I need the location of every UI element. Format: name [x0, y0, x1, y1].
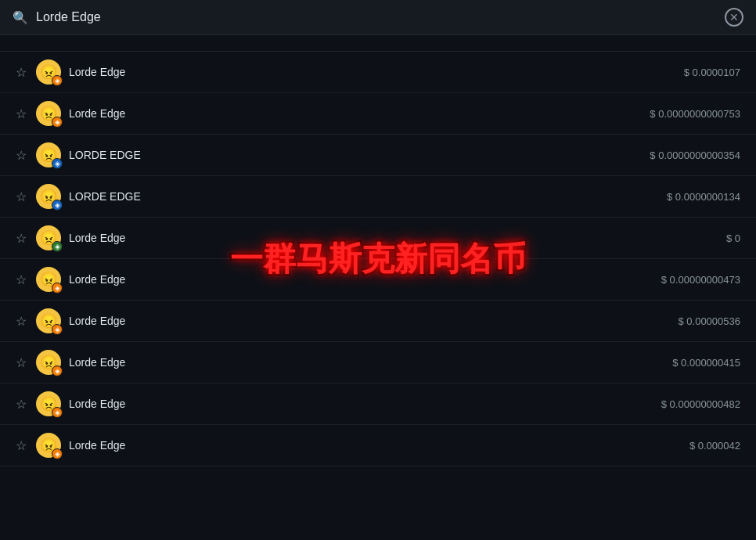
coin-price: $ 0.000042 [689, 440, 740, 452]
star-icon[interactable]: ☆ [16, 106, 27, 121]
avatar: 😠 ◈ [36, 142, 61, 167]
table-row[interactable]: ☆ 😠 ◈ LORDE EDGE $ 0.0000000000354 [0, 135, 756, 176]
table-row[interactable]: ☆ 😠 ◈ Lorde Edge $ 0.00000000473 [0, 259, 756, 301]
star-icon[interactable]: ☆ [16, 231, 27, 246]
table-row[interactable]: ☆ 😠 ◈ Lorde Edge $ 0 [0, 218, 756, 259]
results-container: ☆ 😠 ◈ Lorde Edge $ 0.0000107 ☆ 😠 ◈ Lorde… [0, 52, 756, 466]
table-row[interactable]: ☆ 😠 ◈ Lorde Edge $ 0.00000000482 [0, 383, 756, 425]
coin-name: Lorde Edge [69, 356, 672, 369]
star-icon[interactable]: ☆ [16, 65, 27, 80]
coin-badge-icon: ◈ [52, 365, 63, 376]
avatar: 😠 ◈ [36, 184, 61, 209]
coin-price: $ 0.0000107 [684, 67, 740, 78]
coin-price: $ 0.0000000000753 [650, 108, 740, 120]
coin-price: $ 0.0000000134 [667, 191, 740, 203]
coin-name: Lorde Edge [69, 439, 689, 452]
table-header [0, 35, 756, 52]
table-row[interactable]: ☆ 😠 ◈ Lorde Edge $ 0.0000000000753 [0, 93, 756, 135]
coin-price: $ 0.00000000473 [661, 274, 740, 286]
table-row[interactable]: ☆ 😠 ◈ LORDE EDGE $ 0.0000000134 [0, 176, 756, 218]
coin-price: $ 0 [726, 232, 740, 244]
close-button[interactable]: ✕ [725, 8, 743, 27]
star-icon[interactable]: ☆ [16, 148, 27, 163]
avatar: 😠 ◈ [36, 308, 61, 333]
avatar: 😠 ◈ [36, 59, 61, 85]
result-list: ☆ 😠 ◈ Lorde Edge $ 0.0000107 ☆ 😠 ◈ Lorde… [0, 52, 756, 466]
coin-name: Lorde Edge [69, 273, 661, 286]
avatar: 😠 ◈ [36, 225, 61, 250]
coin-name: Lorde Edge [69, 66, 684, 78]
table-row[interactable]: ☆ 😠 ◈ Lorde Edge $ 0.000000415 [0, 342, 756, 383]
star-icon[interactable]: ☆ [16, 314, 27, 329]
star-icon[interactable]: ☆ [16, 438, 27, 453]
coin-name: Lorde Edge [69, 232, 726, 244]
avatar: 😠 ◈ [36, 433, 61, 458]
coin-badge-icon: ◈ [52, 324, 63, 335]
star-icon[interactable]: ☆ [16, 272, 27, 287]
star-icon[interactable]: ☆ [16, 355, 27, 370]
search-input[interactable] [36, 10, 717, 24]
coin-price: $ 0.000000415 [672, 357, 740, 369]
search-bar: 🔍 ✕ [0, 0, 756, 35]
avatar: 😠 ◈ [36, 391, 61, 416]
coin-badge-icon: ◈ [52, 283, 63, 293]
avatar: 😠 ◈ [36, 350, 61, 375]
coin-badge-icon: ◈ [52, 200, 63, 211]
coin-price: $ 0.00000536 [678, 315, 740, 327]
coin-name: Lorde Edge [69, 107, 650, 120]
coin-badge-icon: ◈ [52, 117, 63, 128]
table-row[interactable]: ☆ 😠 ◈ Lorde Edge $ 0.0000107 [0, 52, 756, 93]
star-icon[interactable]: ☆ [16, 397, 27, 412]
coin-name: LORDE EDGE [69, 190, 667, 203]
coin-name: LORDE EDGE [69, 149, 650, 161]
table-row[interactable]: ☆ 😠 ◈ Lorde Edge $ 0.00000536 [0, 301, 756, 342]
search-icon: 🔍 [13, 10, 28, 25]
coin-badge-icon: ◈ [52, 158, 63, 169]
coin-name: Lorde Edge [69, 315, 678, 327]
coin-badge-icon: ◈ [52, 448, 63, 459]
coin-badge-icon: ◈ [52, 407, 63, 418]
coin-price: $ 0.00000000482 [661, 398, 740, 410]
avatar: 😠 ◈ [36, 267, 61, 292]
coin-price: $ 0.0000000000354 [650, 149, 740, 161]
coin-name: Lorde Edge [69, 398, 661, 410]
star-icon[interactable]: ☆ [16, 189, 27, 204]
table-row[interactable]: ☆ 😠 ◈ Lorde Edge $ 0.000042 [0, 425, 756, 466]
avatar: 😠 ◈ [36, 101, 61, 126]
coin-badge-icon: ◈ [52, 75, 63, 86]
coin-badge-icon: ◈ [52, 241, 63, 252]
